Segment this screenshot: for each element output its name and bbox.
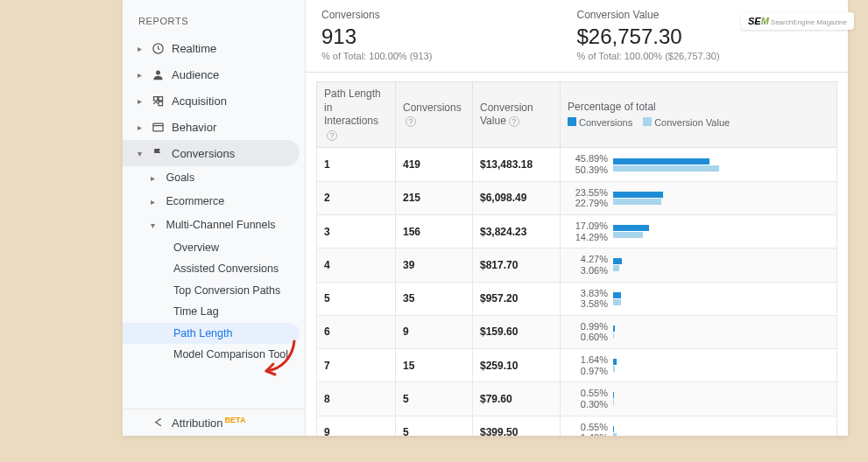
bar-conversion-value [613, 399, 614, 405]
chevron-down-icon: ▾ [151, 220, 159, 232]
sidebar-sub-ecommerce[interactable]: ▸ Ecommerce [123, 190, 305, 214]
sidebar-item-behavior[interactable]: ▸ Behavior [123, 114, 305, 140]
svg-point-1 [156, 70, 160, 74]
sidebar-sub-label: Multi-Channel Funnels [166, 219, 275, 231]
sidebar-item-acquisition[interactable]: ▸ Acquisition [123, 88, 305, 114]
score-value: 913 [321, 24, 577, 49]
table-row[interactable]: 85$79.600.55%0.30% [317, 382, 837, 416]
score-label: Conversions [321, 9, 577, 21]
attribution-icon [151, 416, 165, 430]
th-percentage: Percentage of total Conversions Conversi… [561, 82, 837, 148]
table-row[interactable]: 2215$6,098.4923.55%22.79% [317, 181, 837, 214]
th-conversions[interactable]: Conversions? [396, 82, 473, 148]
table-row[interactable]: 439$817.704.27%3.06% [317, 248, 837, 282]
scorecard-conversions: Conversions 913 % of Total: 100.00% (913… [321, 9, 577, 61]
chevron-right-icon: ▸ [135, 70, 144, 80]
cell-conversion-value: $13,483.18 [473, 148, 561, 181]
sidebar-mcf-assisted[interactable]: Assisted Conversions [123, 258, 305, 280]
th-path[interactable]: Path Length in Interactions? [317, 82, 396, 148]
cell-path: 3 [317, 214, 396, 248]
bar-conversions [613, 258, 622, 264]
cell-percentage: 0.99%0.60% [561, 315, 837, 348]
cell-conversion-value: $3,824.23 [473, 214, 561, 248]
sidebar-mcf-overview[interactable]: Overview [123, 237, 305, 259]
cell-percentage: 23.55%22.79% [561, 181, 837, 214]
cell-conversion-value: $79.60 [473, 382, 561, 416]
sidebar-item-label: Audience [172, 68, 219, 81]
cell-percentage: 0.55%0.30% [561, 382, 837, 416]
help-icon[interactable]: ? [406, 116, 416, 127]
svg-rect-2 [152, 123, 162, 131]
cell-path: 2 [317, 181, 396, 214]
help-icon[interactable]: ? [509, 116, 519, 127]
bar-conversion-value [613, 165, 719, 172]
watermark-badge: SEMSearchEngine Magazine [741, 12, 854, 30]
table-wrap: Path Length in Interactions? Conversions… [306, 73, 848, 436]
chevron-right-icon: ▸ [135, 96, 144, 106]
bar-conversion-value [613, 265, 619, 271]
legend-swatch-conversion-value [643, 117, 652, 126]
sidebar-mcf-topconv[interactable]: Top Conversion Paths [123, 280, 305, 302]
cell-path: 4 [317, 248, 396, 282]
cell-conversions: 156 [396, 214, 473, 248]
sidebar-mcf-pathlength[interactable]: Path Length [123, 323, 300, 345]
help-icon[interactable]: ? [327, 130, 337, 141]
app-frame: REPORTS ▸ Realtime ▸ Audience ▸ Acquisit… [123, 0, 848, 436]
sidebar-item-attribution[interactable]: AttributionBETA [123, 409, 305, 436]
chart-legend: Conversions Conversion Value [568, 116, 829, 129]
table-row[interactable]: 3156$3,824.2317.09%14.29% [317, 214, 837, 248]
table-row[interactable]: 69$159.600.99%0.60% [317, 315, 837, 348]
sidebar-mcf-timelag[interactable]: Time Lag [123, 301, 305, 323]
sidebar-sub-mcf[interactable]: ▾ Multi-Channel Funnels [123, 214, 305, 237]
cell-percentage: 1.64%0.97% [561, 349, 837, 382]
scorecards: Conversions 913 % of Total: 100.00% (913… [306, 0, 848, 73]
table-row[interactable]: 1419$13,483.1845.89%50.39% [317, 148, 837, 181]
cell-percentage: 4.27%3.06% [561, 248, 837, 282]
cell-path: 7 [317, 349, 396, 382]
cell-percentage: 3.83%3.58% [561, 282, 837, 315]
cell-conversions: 5 [396, 416, 473, 436]
sidebar-item-label: Realtime [172, 42, 216, 55]
sidebar-item-realtime[interactable]: ▸ Realtime [123, 35, 305, 61]
cell-conversions: 215 [396, 181, 473, 214]
cell-conversions: 9 [396, 315, 473, 348]
bar-conversions [613, 426, 614, 432]
sidebar-sub-label: Goals [166, 172, 194, 184]
bar-conversions [613, 225, 649, 231]
table-row[interactable]: 535$957.203.83%3.58% [317, 282, 837, 315]
cell-conversions: 5 [396, 382, 473, 416]
main-panel: Conversions 913 % of Total: 100.00% (913… [306, 0, 848, 436]
th-conversion-value[interactable]: Conversion Value? [473, 82, 561, 148]
cell-conversion-value: $6,098.49 [473, 181, 561, 214]
score-sub: % of Total: 100.00% (913) [321, 51, 577, 61]
bar-conversion-value [613, 232, 643, 238]
table-row[interactable]: 95$399.500.55%1.49% [317, 416, 837, 436]
chevron-right-icon: ▸ [151, 196, 159, 208]
path-length-table: Path Length in Interactions? Conversions… [316, 81, 837, 436]
cell-percentage: 45.89%50.39% [561, 148, 837, 181]
sidebar-item-audience[interactable]: ▸ Audience [123, 61, 305, 88]
table-body: 1419$13,483.1845.89%50.39%2215$6,098.492… [317, 148, 837, 436]
bar-conversion-value [613, 366, 615, 372]
bar-conversions [613, 158, 709, 164]
cell-conversion-value: $159.60 [473, 315, 561, 348]
cell-conversion-value: $957.20 [473, 282, 561, 315]
behavior-icon [151, 120, 165, 134]
sidebar-sub-goals[interactable]: ▸ Goals [123, 166, 305, 190]
sidebar-mcf-modelcomp[interactable]: Model Comparison Tool [123, 344, 305, 366]
table-row[interactable]: 715$259.101.64%0.97% [317, 349, 837, 382]
acquisition-icon [151, 94, 165, 108]
cell-path: 1 [317, 148, 396, 181]
person-icon [151, 67, 165, 81]
chevron-down-icon: ▾ [135, 149, 144, 158]
chevron-right-icon: ▸ [135, 44, 144, 53]
sidebar-item-conversions[interactable]: ▾ Conversions [123, 140, 300, 166]
bar-conversion-value [613, 199, 661, 205]
bar-conversion-value [613, 332, 614, 339]
cell-path: 6 [317, 315, 396, 348]
bar-conversions [613, 192, 663, 198]
sidebar-item-label: Acquisition [172, 94, 227, 108]
bar-conversions [613, 292, 621, 298]
cell-conversion-value: $399.50 [473, 416, 561, 436]
chevron-right-icon: ▸ [151, 172, 159, 185]
